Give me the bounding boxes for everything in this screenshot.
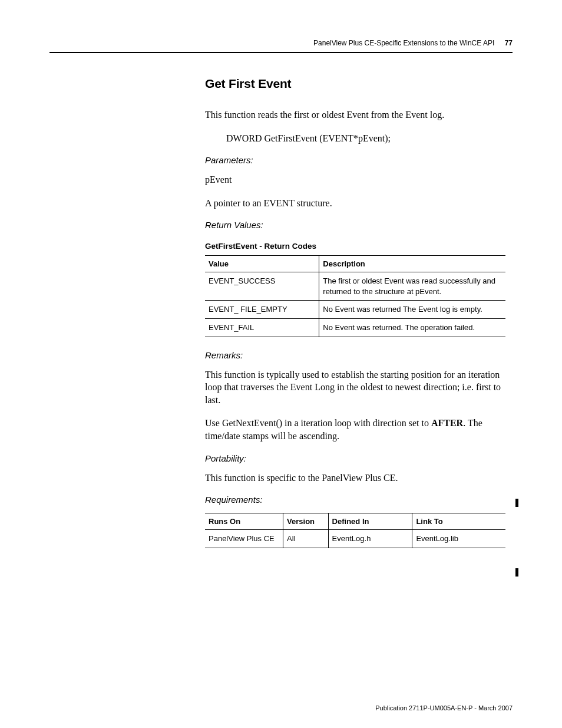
section-title: Get First Event [205, 77, 505, 91]
running-title: PanelView Plus CE-Specific Extensions to… [313, 39, 494, 47]
cell-defined-in: EventLog.h [328, 530, 412, 548]
cell-value: EVENT_SUCCESS [205, 272, 319, 301]
table-header-row: Runs On Version Defined In Link To [205, 513, 505, 530]
requirements-table: Runs On Version Defined In Link To Panel… [205, 513, 505, 548]
cell-link-to: EventLog.lib [412, 530, 505, 548]
cell-version: All [283, 530, 329, 548]
cell-value: EVENT_ FILE_EMPTY [205, 301, 319, 319]
cell-desc: No Event was returned The Event log is e… [319, 301, 505, 319]
col-defined-in: Defined In [328, 513, 412, 530]
remarks-paragraph-2: Use GetNextEvent() in a iteration loop w… [205, 417, 505, 442]
return-codes-table: Value Description EVENT_SUCCESS The firs… [205, 255, 505, 337]
col-link-to: Link To [412, 513, 505, 530]
running-header: PanelView Plus CE-Specific Extensions to… [49, 39, 513, 47]
col-runs-on: Runs On [205, 513, 283, 530]
parameter-name: pEvent [205, 173, 505, 186]
return-codes-title: GetFirstEvent - Return Codes [205, 242, 505, 251]
remarks-label: Remarks: [205, 350, 505, 360]
table-row: EVENT_FAIL No Event was returned. The op… [205, 319, 505, 337]
publication-footer: Publication 2711P-UM005A-EN-P - March 20… [375, 704, 513, 711]
table-row: EVENT_SUCCESS The first or oldest Event … [205, 272, 505, 301]
cell-desc: The first or oldest Event was read succe… [319, 272, 505, 301]
remarks-paragraph-1: This function is typically used to estab… [205, 368, 505, 407]
header-rule [49, 52, 513, 53]
parameter-description: A pointer to an EVENT structure. [205, 197, 505, 210]
portability-label: Portability: [205, 453, 505, 463]
cell-runs-on: PanelView Plus CE [205, 530, 283, 548]
col-version: Version [283, 513, 329, 530]
col-description: Description [319, 256, 505, 272]
page-number: 77 [505, 39, 513, 47]
table-header-row: Value Description [205, 256, 505, 272]
change-bar-icon [515, 568, 518, 577]
cell-desc: No Event was returned. The operation fai… [319, 319, 505, 337]
requirements-label: Requirements: [205, 495, 505, 505]
change-bar-icon [515, 499, 518, 507]
return-values-label: Return Values: [205, 220, 505, 230]
parameters-label: Parameters: [205, 155, 505, 165]
function-signature: DWORD GetFirstEvent (EVENT*pEvent); [226, 132, 505, 145]
cell-value: EVENT_FAIL [205, 319, 319, 337]
table-row: EVENT_ FILE_EMPTY No Event was returned … [205, 301, 505, 319]
portability-text: This function is specific to the PanelVi… [205, 472, 505, 485]
intro-paragraph: This function reads the first or oldest … [205, 108, 505, 121]
col-value: Value [205, 256, 319, 272]
table-row: PanelView Plus CE All EventLog.h EventLo… [205, 530, 505, 548]
